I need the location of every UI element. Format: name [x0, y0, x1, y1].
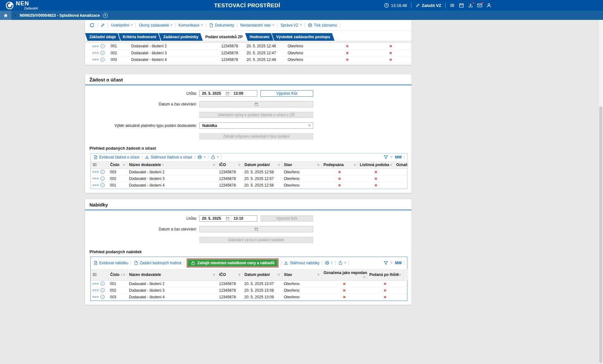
info-icon[interactable]: i: [100, 44, 105, 48]
calendar-icon[interactable]: [459, 3, 464, 8]
row-menu-icon[interactable]: [93, 45, 99, 47]
filter-icon[interactable]: ▽: [399, 273, 401, 276]
col-podana-po-lhute[interactable]: Podaná po lhůtě▽: [367, 269, 403, 281]
zadani-bodovych-hodnot-button[interactable]: Zadání bodových hodnot: [134, 261, 181, 265]
start-next-phase-button[interactable]: Zahájit přípravu následující fáze podání: [199, 133, 313, 140]
filter-icon[interactable]: ▽: [238, 273, 240, 276]
table-row[interactable]: i 001 Dodavatel - školení 2 12345678 20.…: [91, 280, 408, 287]
row-menu-icon[interactable]: [93, 289, 99, 291]
toolbar-item-ukony-zadavatele[interactable]: Úkony zadavatele ▽: [139, 23, 173, 27]
row-menu-icon[interactable]: [93, 171, 99, 173]
mail-icon[interactable]: [477, 3, 482, 8]
info-icon[interactable]: i: [100, 288, 105, 292]
filter-icon[interactable]: ▽: [317, 273, 319, 276]
filter-icon[interactable]: ▽: [278, 273, 280, 276]
stahnout-nabidky-button[interactable]: Stáhnout nabídky: [284, 261, 319, 265]
scrollbar-thumb[interactable]: [599, 106, 602, 363]
table-row[interactable]: i 003 Dodavatel - školení 4 12345678 20.…: [85, 56, 412, 63]
toolbar-item-dokumenty[interactable]: Dokumenty: [209, 23, 234, 27]
opening-datetime-input[interactable]: [199, 101, 313, 107]
info-icon[interactable]: i: [100, 282, 105, 286]
table-row[interactable]: i 002 Dodavatel - školení 3 12345678 20.…: [85, 50, 412, 56]
table-row[interactable]: i 003 Dodavatel - školení 4 12345678 20.…: [91, 294, 408, 300]
tab-kriteria-hodnoceni[interactable]: Kritéria hodnocení: [118, 33, 161, 41]
deadline-time-value[interactable]: 13:00: [231, 91, 257, 96]
col-listinna-podoba[interactable]: Listinná podoba▽: [358, 161, 394, 169]
filter-icon[interactable]: ▽: [390, 164, 392, 166]
toolbar-item-nestandardni-stav[interactable]: Nestandardní stav ▽: [240, 23, 275, 27]
send-call-for-requests-button[interactable]: Odeslání výzvy k podání žádosti o účast …: [199, 112, 313, 118]
tab-podani-ucastniku-zp[interactable]: Podání účastníků ZP: [201, 33, 247, 41]
table-row[interactable]: i 001 Dodavatel - školení 2 12345678 20.…: [85, 43, 412, 50]
export-table-button[interactable]: ▽: [211, 155, 219, 159]
deadline-date-value[interactable]: 20. 5. 2025: [202, 216, 221, 221]
user-icon[interactable]: [486, 3, 491, 8]
table-row[interactable]: i 001 Dodavatel - školení 4 12345678 20.…: [91, 182, 408, 188]
filter-icon[interactable]: ▽: [213, 164, 215, 166]
col-podepsana[interactable]: Podepsána▽: [321, 161, 358, 169]
refresh-icon[interactable]: [89, 23, 94, 28]
info-icon[interactable]: i: [100, 183, 105, 187]
home-button[interactable]: [0, 11, 11, 20]
close-record-icon[interactable]: ×: [103, 13, 108, 18]
col-cislo[interactable]: Číslo▽: [108, 161, 127, 169]
edit-icon[interactable]: [100, 23, 105, 27]
submission-type-select[interactable]: Nabídka ▽: [199, 122, 313, 129]
calendar-icon[interactable]: [254, 102, 258, 106]
filter-funnel-icon[interactable]: [384, 155, 388, 159]
col-oznacena[interactable]: Označ: [394, 161, 408, 169]
info-icon[interactable]: i: [100, 170, 105, 174]
open-prices-button[interactable]: Zahájit otevírání nabídkové ceny a nákla…: [188, 260, 277, 266]
calendar-icon[interactable]: [226, 92, 229, 95]
toolbar-item-sprava-vz[interactable]: Správa VZ ▽: [280, 23, 302, 27]
filter-icon[interactable]: ▽: [123, 164, 125, 166]
filter-icon[interactable]: ▽: [238, 164, 240, 166]
calendar-icon[interactable]: [254, 227, 258, 231]
deadline-datetime-input[interactable]: 20. 5. 2025 13:00: [199, 90, 257, 97]
evidovat-zadost-button[interactable]: Evidovat žádost o účast: [93, 155, 139, 159]
table-row[interactable]: i 002 Dodavatel - školení 3 12345678 20.…: [91, 175, 408, 182]
column-picker[interactable]: [91, 269, 108, 281]
evidovat-nabidku-button[interactable]: Evidovat nabídku: [93, 261, 128, 265]
col-stav[interactable]: Stav▽: [282, 161, 321, 169]
deadline-time-value[interactable]: 13:10: [231, 216, 257, 221]
col-cislo[interactable]: Číslo↑▽: [108, 269, 127, 281]
row-menu-icon[interactable]: [93, 283, 99, 284]
info-icon[interactable]: i: [100, 176, 105, 181]
create-vz-button[interactable]: Založit VZ: [416, 3, 441, 8]
info-icon[interactable]: i: [100, 57, 105, 62]
filter-icon[interactable]: ▽: [123, 273, 125, 276]
tab-hodnoceni[interactable]: Hodnocení: [245, 33, 274, 41]
stahnout-zadosti-button[interactable]: Stáhnout žádosti o účast: [145, 155, 192, 159]
opening-datetime-input[interactable]: [199, 226, 313, 232]
column-picker[interactable]: [91, 161, 108, 169]
filter-icon[interactable]: ▽: [363, 276, 365, 279]
nen-logo[interactable]: NEN Zadavatel: [0, 1, 38, 10]
deadline-datetime-input[interactable]: 20. 5. 2025 13:10: [199, 215, 257, 222]
tab-zadavaci-podminky[interactable]: Zadávací podmínky: [159, 33, 203, 41]
toolbar-item-tisk-zaznamu[interactable]: Tisk záznamu: [308, 23, 337, 27]
download-icon[interactable]: [468, 3, 473, 8]
col-datum-podani[interactable]: Datum podání▽: [242, 269, 282, 281]
mw-toggle[interactable]: MW: [395, 261, 402, 265]
export-table-button[interactable]: ▽: [338, 261, 346, 265]
tab-zakladni-udaje[interactable]: Základní údaje: [85, 33, 120, 41]
scrollbar[interactable]: [598, 20, 603, 364]
row-menu-icon[interactable]: [93, 59, 99, 60]
caret-down-icon[interactable]: ▽: [391, 262, 393, 264]
calendar-icon[interactable]: [226, 217, 229, 220]
row-menu-icon[interactable]: [93, 178, 99, 179]
col-datum-podani[interactable]: Datum podání▽: [242, 161, 282, 169]
col-ico[interactable]: IČO▽: [217, 161, 242, 169]
print-table-button[interactable]: ▽: [198, 155, 205, 159]
filter-icon[interactable]: ▽: [213, 273, 215, 276]
filter-icon[interactable]: ▽: [278, 164, 280, 166]
col-stav[interactable]: Stav▽: [282, 269, 321, 281]
row-menu-icon[interactable]: [93, 184, 99, 186]
row-menu-icon[interactable]: [93, 296, 99, 298]
toolbar-item-uverejneni[interactable]: Uveřejnění ▽: [111, 23, 133, 27]
row-menu-icon[interactable]: [93, 52, 99, 54]
info-icon[interactable]: i: [100, 51, 105, 55]
filter-icon[interactable]: ▽: [317, 164, 319, 166]
caret-down-icon[interactable]: ▽: [391, 156, 393, 158]
